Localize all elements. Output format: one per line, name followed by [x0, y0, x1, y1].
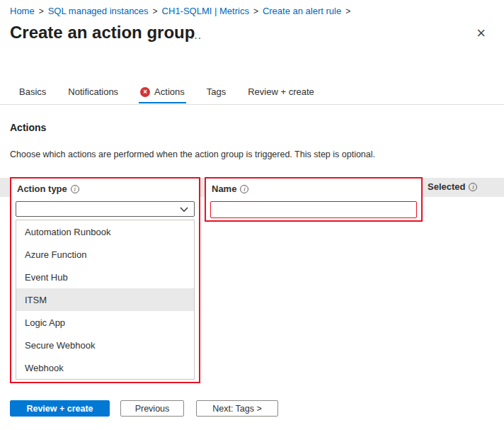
highlight-box-action-type: Action type i Automation Runbook Azure F…: [10, 177, 200, 383]
breadcrumb-link-create-alert-rule[interactable]: Create an alert rule: [263, 6, 341, 16]
dropdown-option-azure-function[interactable]: Azure Function: [16, 243, 194, 266]
name-input[interactable]: [210, 201, 417, 218]
create-action-group-page: Home>SQL managed instances>CH1-SQLMI | M…: [0, 0, 504, 430]
review-create-button[interactable]: Review + create: [10, 400, 110, 417]
column-header-name-label: Name: [212, 183, 236, 194]
tab-review-create-label: Review + create: [248, 86, 314, 97]
column-header-name: Name i: [206, 179, 421, 196]
tab-tags[interactable]: Tags: [205, 84, 227, 103]
tab-bar: Basics Notifications × Actions Tags Revi…: [18, 84, 335, 103]
breadcrumb: Home>SQL managed instances>CH1-SQLMI | M…: [10, 6, 355, 16]
dropdown-option-secure-webhook[interactable]: Secure Webhook: [16, 334, 194, 356]
tab-review-create[interactable]: Review + create: [246, 84, 316, 103]
column-header-selected: Selected i: [428, 181, 477, 192]
highlight-box-name: Name i: [205, 177, 423, 222]
dropdown-option-itsm[interactable]: ITSM: [16, 288, 194, 311]
next-tags-button[interactable]: Next: Tags >: [196, 400, 278, 417]
tab-notifications[interactable]: Notifications: [67, 84, 120, 103]
dropdown-option-event-hub[interactable]: Event Hub: [16, 266, 194, 288]
dropdown-option-logic-app[interactable]: Logic App: [16, 311, 194, 334]
breadcrumb-separator: >: [345, 6, 350, 16]
tab-basics[interactable]: Basics: [18, 84, 47, 103]
breadcrumb-separator: >: [153, 6, 158, 16]
tab-notifications-label: Notifications: [68, 86, 118, 97]
chevron-down-icon: [180, 203, 188, 215]
page-title: Create an action group: [10, 23, 195, 43]
close-icon[interactable]: ×: [476, 26, 486, 41]
column-header-action-type-label: Action type: [17, 183, 67, 194]
tab-actions[interactable]: × Actions: [139, 84, 186, 103]
more-options-icon[interactable]: …: [190, 28, 203, 43]
breadcrumb-separator: >: [253, 6, 258, 16]
column-header-selected-label: Selected: [428, 181, 465, 192]
breadcrumb-link-sql-managed-instances[interactable]: SQL managed instances: [48, 6, 149, 16]
dropdown-option-webhook[interactable]: Webhook: [16, 356, 194, 379]
breadcrumb-link-metrics[interactable]: CH1-SQLMI | Metrics: [162, 6, 249, 16]
tab-actions-label: Actions: [154, 86, 185, 97]
tab-basics-label: Basics: [19, 86, 46, 97]
info-icon[interactable]: i: [71, 185, 79, 193]
tab-tags-label: Tags: [207, 86, 226, 97]
breadcrumb-link-home[interactable]: Home: [10, 6, 35, 16]
info-icon[interactable]: i: [469, 183, 477, 191]
tab-divider: [0, 104, 504, 105]
action-type-select[interactable]: [16, 201, 195, 217]
breadcrumb-separator: >: [39, 6, 44, 16]
info-icon[interactable]: i: [240, 185, 248, 193]
section-heading: Actions: [10, 122, 46, 133]
previous-button[interactable]: Previous: [120, 400, 184, 417]
column-header-action-type: Action type i: [11, 179, 199, 196]
dropdown-option-automation-runbook[interactable]: Automation Runbook: [16, 220, 194, 243]
error-icon: ×: [140, 87, 150, 97]
action-type-dropdown-list: Automation Runbook Azure Function Event …: [16, 220, 195, 380]
section-description: Choose which actions are performed when …: [10, 149, 375, 159]
